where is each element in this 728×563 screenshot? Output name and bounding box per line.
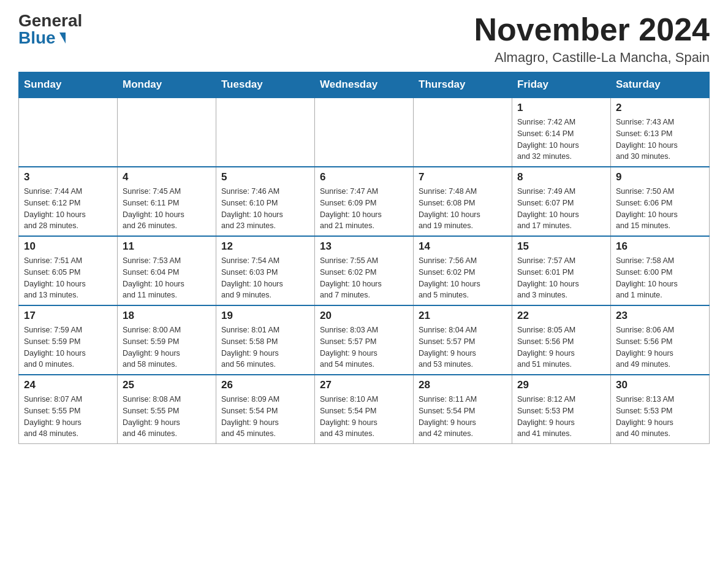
day-info: Sunrise: 7:47 AM Sunset: 6:09 PM Dayligh… xyxy=(320,186,408,232)
calendar-cell: 18Sunrise: 8:00 AM Sunset: 5:59 PM Dayli… xyxy=(118,305,216,375)
calendar-cell: 10Sunrise: 7:51 AM Sunset: 6:05 PM Dayli… xyxy=(19,236,118,305)
day-number: 15 xyxy=(517,240,605,253)
day-info: Sunrise: 8:04 AM Sunset: 5:57 PM Dayligh… xyxy=(419,324,507,370)
day-info: Sunrise: 8:08 AM Sunset: 5:55 PM Dayligh… xyxy=(123,394,211,440)
calendar-cell: 3Sunrise: 7:44 AM Sunset: 6:12 PM Daylig… xyxy=(19,167,118,236)
day-number: 13 xyxy=(320,240,408,253)
calendar-cell: 22Sunrise: 8:05 AM Sunset: 5:56 PM Dayli… xyxy=(512,305,611,375)
logo: General Blue xyxy=(18,12,82,47)
calendar-cell: 20Sunrise: 8:03 AM Sunset: 5:57 PM Dayli… xyxy=(315,305,414,375)
day-number: 30 xyxy=(616,379,704,391)
calendar-cell: 23Sunrise: 8:06 AM Sunset: 5:56 PM Dayli… xyxy=(611,305,710,375)
logo-general-text: General xyxy=(18,12,82,29)
day-number: 12 xyxy=(221,240,309,253)
day-info: Sunrise: 7:43 AM Sunset: 6:13 PM Dayligh… xyxy=(616,117,704,163)
day-number: 5 xyxy=(221,171,309,183)
day-info: Sunrise: 8:07 AM Sunset: 5:55 PM Dayligh… xyxy=(24,394,112,440)
calendar-cell xyxy=(315,98,414,167)
calendar-cell: 17Sunrise: 7:59 AM Sunset: 5:59 PM Dayli… xyxy=(19,305,118,375)
location-subtitle: Almagro, Castille-La Mancha, Spain xyxy=(474,50,710,66)
day-info: Sunrise: 8:06 AM Sunset: 5:56 PM Dayligh… xyxy=(616,324,704,370)
day-number: 1 xyxy=(517,102,605,114)
calendar-cell: 1Sunrise: 7:42 AM Sunset: 6:14 PM Daylig… xyxy=(512,98,611,167)
calendar-cell: 6Sunrise: 7:47 AM Sunset: 6:09 PM Daylig… xyxy=(315,167,414,236)
day-info: Sunrise: 7:55 AM Sunset: 6:02 PM Dayligh… xyxy=(320,255,408,301)
day-number: 20 xyxy=(320,310,408,322)
day-number: 2 xyxy=(616,102,704,114)
day-info: Sunrise: 7:54 AM Sunset: 6:03 PM Dayligh… xyxy=(221,255,309,301)
calendar-cell xyxy=(216,98,315,167)
header: General Blue November 2024 Almagro, Cast… xyxy=(18,12,710,66)
day-number: 29 xyxy=(517,379,605,391)
day-info: Sunrise: 7:42 AM Sunset: 6:14 PM Dayligh… xyxy=(517,117,605,163)
day-number: 14 xyxy=(419,240,507,253)
calendar-cell: 9Sunrise: 7:50 AM Sunset: 6:06 PM Daylig… xyxy=(611,167,710,236)
day-info: Sunrise: 8:09 AM Sunset: 5:54 PM Dayligh… xyxy=(221,394,309,440)
calendar-cell xyxy=(19,98,118,167)
day-number: 10 xyxy=(24,240,112,253)
day-number: 23 xyxy=(616,310,704,322)
day-number: 26 xyxy=(221,379,309,391)
calendar-cell: 2Sunrise: 7:43 AM Sunset: 6:13 PM Daylig… xyxy=(611,98,710,167)
day-number: 27 xyxy=(320,379,408,391)
day-info: Sunrise: 7:57 AM Sunset: 6:01 PM Dayligh… xyxy=(517,255,605,301)
day-number: 8 xyxy=(517,171,605,183)
day-number: 4 xyxy=(123,171,211,183)
day-info: Sunrise: 7:50 AM Sunset: 6:06 PM Dayligh… xyxy=(616,186,704,232)
day-info: Sunrise: 8:10 AM Sunset: 5:54 PM Dayligh… xyxy=(320,394,408,440)
day-number: 18 xyxy=(123,310,211,322)
title-area: November 2024 Almagro, Castille-La Manch… xyxy=(474,12,710,66)
day-info: Sunrise: 8:00 AM Sunset: 5:59 PM Dayligh… xyxy=(123,324,211,370)
calendar-cell: 24Sunrise: 8:07 AM Sunset: 5:55 PM Dayli… xyxy=(19,375,118,444)
day-info: Sunrise: 8:01 AM Sunset: 5:58 PM Dayligh… xyxy=(221,324,309,370)
day-info: Sunrise: 8:12 AM Sunset: 5:53 PM Dayligh… xyxy=(517,394,605,440)
calendar-cell: 13Sunrise: 7:55 AM Sunset: 6:02 PM Dayli… xyxy=(315,236,414,305)
week-row-0: 1Sunrise: 7:42 AM Sunset: 6:14 PM Daylig… xyxy=(19,98,710,167)
day-number: 22 xyxy=(517,310,605,322)
calendar-cell: 11Sunrise: 7:53 AM Sunset: 6:04 PM Dayli… xyxy=(118,236,216,305)
calendar-cell: 15Sunrise: 7:57 AM Sunset: 6:01 PM Dayli… xyxy=(512,236,611,305)
day-number: 24 xyxy=(24,379,112,391)
weekday-header-thursday: Thursday xyxy=(414,72,512,98)
day-number: 3 xyxy=(24,171,112,183)
calendar-cell: 28Sunrise: 8:11 AM Sunset: 5:54 PM Dayli… xyxy=(414,375,512,444)
day-info: Sunrise: 8:05 AM Sunset: 5:56 PM Dayligh… xyxy=(517,324,605,370)
day-info: Sunrise: 7:44 AM Sunset: 6:12 PM Dayligh… xyxy=(24,186,112,232)
calendar-cell: 19Sunrise: 8:01 AM Sunset: 5:58 PM Dayli… xyxy=(216,305,315,375)
weekday-header-wednesday: Wednesday xyxy=(315,72,414,98)
week-row-4: 24Sunrise: 8:07 AM Sunset: 5:55 PM Dayli… xyxy=(19,375,710,444)
day-number: 6 xyxy=(320,171,408,183)
day-info: Sunrise: 8:13 AM Sunset: 5:53 PM Dayligh… xyxy=(616,394,704,440)
day-info: Sunrise: 7:48 AM Sunset: 6:08 PM Dayligh… xyxy=(419,186,507,232)
calendar-cell: 30Sunrise: 8:13 AM Sunset: 5:53 PM Dayli… xyxy=(611,375,710,444)
calendar-cell: 12Sunrise: 7:54 AM Sunset: 6:03 PM Dayli… xyxy=(216,236,315,305)
day-info: Sunrise: 8:11 AM Sunset: 5:54 PM Dayligh… xyxy=(419,394,507,440)
day-info: Sunrise: 7:49 AM Sunset: 6:07 PM Dayligh… xyxy=(517,186,605,232)
day-info: Sunrise: 7:59 AM Sunset: 5:59 PM Dayligh… xyxy=(24,324,112,370)
day-number: 9 xyxy=(616,171,704,183)
day-info: Sunrise: 7:45 AM Sunset: 6:11 PM Dayligh… xyxy=(123,186,211,232)
day-number: 25 xyxy=(123,379,211,391)
day-number: 19 xyxy=(221,310,309,322)
weekday-header-row: SundayMondayTuesdayWednesdayThursdayFrid… xyxy=(19,72,710,98)
day-info: Sunrise: 7:53 AM Sunset: 6:04 PM Dayligh… xyxy=(123,255,211,301)
calendar-cell: 16Sunrise: 7:58 AM Sunset: 6:00 PM Dayli… xyxy=(611,236,710,305)
week-row-3: 17Sunrise: 7:59 AM Sunset: 5:59 PM Dayli… xyxy=(19,305,710,375)
day-number: 16 xyxy=(616,240,704,253)
day-info: Sunrise: 7:51 AM Sunset: 6:05 PM Dayligh… xyxy=(24,255,112,301)
month-title: November 2024 xyxy=(474,12,710,47)
week-row-1: 3Sunrise: 7:44 AM Sunset: 6:12 PM Daylig… xyxy=(19,167,710,236)
day-number: 28 xyxy=(419,379,507,391)
calendar-cell: 29Sunrise: 8:12 AM Sunset: 5:53 PM Dayli… xyxy=(512,375,611,444)
week-row-2: 10Sunrise: 7:51 AM Sunset: 6:05 PM Dayli… xyxy=(19,236,710,305)
calendar-cell: 21Sunrise: 8:04 AM Sunset: 5:57 PM Dayli… xyxy=(414,305,512,375)
day-number: 21 xyxy=(419,310,507,322)
weekday-header-friday: Friday xyxy=(512,72,611,98)
day-info: Sunrise: 8:03 AM Sunset: 5:57 PM Dayligh… xyxy=(320,324,408,370)
calendar-cell: 25Sunrise: 8:08 AM Sunset: 5:55 PM Dayli… xyxy=(118,375,216,444)
calendar-cell: 7Sunrise: 7:48 AM Sunset: 6:08 PM Daylig… xyxy=(414,167,512,236)
weekday-header-saturday: Saturday xyxy=(611,72,710,98)
calendar-cell: 14Sunrise: 7:56 AM Sunset: 6:02 PM Dayli… xyxy=(414,236,512,305)
weekday-header-sunday: Sunday xyxy=(19,72,118,98)
calendar-cell: 8Sunrise: 7:49 AM Sunset: 6:07 PM Daylig… xyxy=(512,167,611,236)
